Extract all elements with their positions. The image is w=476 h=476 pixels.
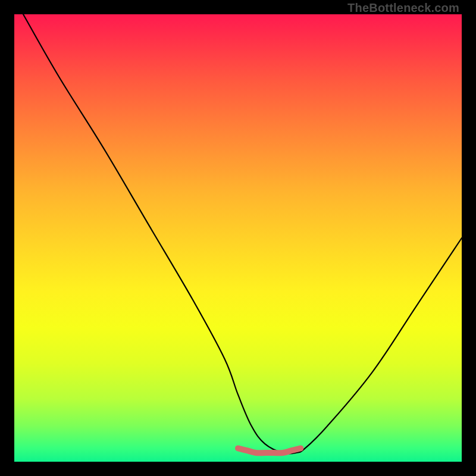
plot-area xyxy=(14,14,462,462)
bottleneck-curve xyxy=(23,14,462,454)
curve-layer xyxy=(14,14,462,462)
chart-frame: TheBottleneck.com xyxy=(0,0,476,476)
flat-region-highlight xyxy=(238,448,300,453)
watermark-text: TheBottleneck.com xyxy=(347,1,459,15)
